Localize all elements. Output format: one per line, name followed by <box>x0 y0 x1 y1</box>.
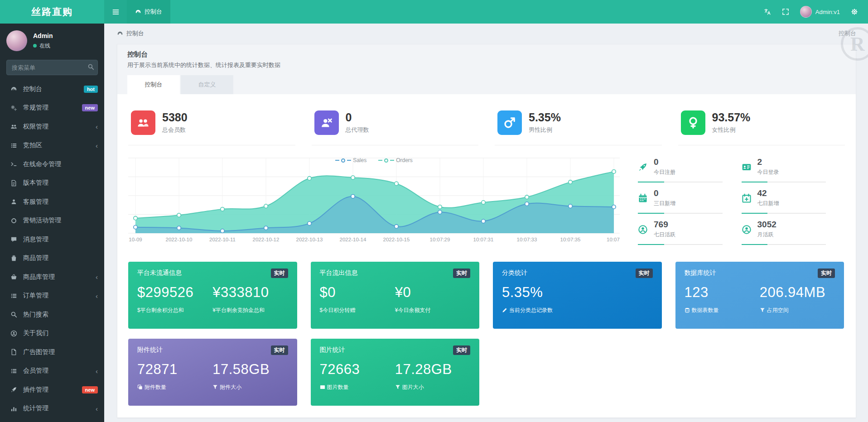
realtime-badge: 实时 <box>453 269 470 278</box>
list-icon <box>8 368 19 374</box>
sidebar-item-13[interactable]: 关于我们 <box>0 324 104 343</box>
sidebar-toggle-button[interactable] <box>104 0 127 24</box>
rocket-icon <box>638 158 648 176</box>
svg-text:2022-10-13: 2022-10-13 <box>296 237 323 242</box>
stat-cell-1: 0总代理数 <box>312 105 479 145</box>
svg-text:10-09: 10-09 <box>129 237 142 242</box>
breadcrumb-home-link[interactable]: 控制台 <box>117 29 144 38</box>
svg-text:2022-10-10: 2022-10-10 <box>166 237 193 242</box>
realtime-badge: 实时 <box>818 269 835 278</box>
avatar <box>800 6 812 18</box>
sidebar-item-label: 关于我们 <box>23 329 98 337</box>
circle-icon <box>8 217 19 224</box>
pen-icon <box>502 307 507 313</box>
bag-icon <box>8 255 19 262</box>
settings-button[interactable] <box>851 8 858 15</box>
fullscreen-button[interactable] <box>782 8 789 15</box>
search-input[interactable] <box>6 60 98 75</box>
mini-stat-3: 42七日新增 <box>742 188 845 214</box>
card-title: 平台流出信息 <box>320 269 358 277</box>
sidebar-item-7[interactable]: 营销活动管理 <box>0 211 104 230</box>
sidebar-item-1[interactable]: 常规管理new <box>0 99 104 118</box>
card-value: 123 <box>685 284 760 301</box>
mini-stat-2: 0三日新增 <box>638 188 742 214</box>
mini-stat-label: 七日活跃 <box>654 231 675 239</box>
svg-text:2022-10-11: 2022-10-11 <box>209 237 236 242</box>
sidebar-item-14[interactable]: 广告图管理 <box>0 343 104 362</box>
card-sub-label: 图片大小 <box>395 384 470 391</box>
funnel-icon <box>395 384 400 390</box>
sidebar-item-3[interactable]: 竞拍区‹ <box>0 136 104 155</box>
database-icon <box>685 307 690 313</box>
sidebar-item-17[interactable]: 统计管理‹ <box>0 399 104 418</box>
sidebar-item-label: 消息管理 <box>23 235 98 244</box>
card-title: 图片统计 <box>320 346 345 354</box>
sidebar-item-11[interactable]: 订单管理‹ <box>0 287 104 306</box>
sidebar-item-4[interactable]: 在线命令管理 <box>0 155 104 174</box>
legend-item-orders[interactable]: Orders <box>378 157 413 163</box>
mini-stat-4: 769七日活跃 <box>638 220 742 245</box>
mini-stat-progress <box>638 244 723 245</box>
top-nav-tab-dashboard[interactable]: 控制台 <box>127 0 170 24</box>
sidebar-item-8[interactable]: 消息管理 <box>0 230 104 249</box>
info-card-2: 分类统计实时5.35%当前分类总记录数 <box>493 262 662 329</box>
translate-icon <box>764 8 771 15</box>
svg-text:10:07:33: 10:07:33 <box>517 237 537 242</box>
mini-stat-value: 2 <box>757 157 779 167</box>
user-menu[interactable]: Admin:v1 <box>800 6 840 18</box>
mini-stat-5: 3052月活跃 <box>742 220 845 245</box>
sidebar-item-2[interactable]: 权限管理‹ <box>0 117 104 136</box>
tab-1[interactable]: 自定义 <box>181 75 233 94</box>
rocket-icon <box>8 386 19 393</box>
sidebar-item-label: 商品库管理 <box>23 273 96 281</box>
sidebar-item-label: 商品管理 <box>23 254 98 262</box>
panel-tabs: 控制台自定义 <box>127 75 846 94</box>
funnel-icon <box>760 307 765 313</box>
id-card-icon <box>742 158 752 176</box>
stat-value: 5.35% <box>529 111 561 124</box>
sidebar-item-10[interactable]: 商品库管理‹ <box>0 268 104 287</box>
info-card-3: 数据库统计实时123数据表数量206.94MB占用空间 <box>675 262 844 329</box>
card-title: 数据库统计 <box>685 269 716 277</box>
card-sub-label: ¥平台剩余竞拍金总和 <box>212 307 288 314</box>
app-logo[interactable]: 丝路直购 <box>0 0 104 24</box>
translate-button[interactable] <box>764 8 771 15</box>
sidebar-item-label: 控制台 <box>23 85 84 93</box>
card-value: 17.28GB <box>395 361 470 378</box>
sidebar-item-0[interactable]: 控制台hot <box>0 80 104 99</box>
sidebar-item-5[interactable]: 版本管理 <box>0 174 104 193</box>
stat-cell-0: 5380总会员数 <box>128 105 295 145</box>
avatar[interactable] <box>6 30 27 51</box>
user-circle-icon <box>638 221 648 239</box>
stat-value: 5380 <box>162 111 188 124</box>
svg-text:10:07:31: 10:07:31 <box>473 237 494 242</box>
sidebar-item-label: 广告图管理 <box>23 348 98 356</box>
mini-stat-label: 三日新增 <box>654 200 675 207</box>
sidebar-item-12[interactable]: 热门搜索 <box>0 305 104 324</box>
card-sub-label: $今日积分转赠 <box>320 307 395 314</box>
mini-stat-value: 0 <box>654 157 675 167</box>
sidebar-item-9[interactable]: 商品管理 <box>0 249 104 268</box>
user-name: Admin <box>33 32 53 39</box>
tab-0[interactable]: 控制台 <box>127 75 180 94</box>
list-icon <box>8 293 19 299</box>
mini-stat-progress <box>638 182 723 182</box>
card-sub-label: 当前分类总记录数 <box>502 307 653 314</box>
user-circle-icon <box>742 221 752 239</box>
online-dot <box>33 44 37 48</box>
legend-item-sales[interactable]: Sales <box>335 157 366 163</box>
stat-value: 93.57% <box>712 111 751 124</box>
mini-stat-label: 七日新增 <box>757 200 779 207</box>
realtime-badge: 实时 <box>271 269 288 278</box>
mini-stat-progress <box>742 182 826 182</box>
info-card-5: 图片统计实时72663图片数量17.28GB图片大小 <box>311 339 480 406</box>
info-card-4: 附件统计实时72871附件数量17.58GB附件大小 <box>128 339 297 406</box>
card-sub-label: $平台剩余积分总和 <box>137 307 212 314</box>
sidebar-item-label: 权限管理 <box>23 123 96 131</box>
card-value: ¥0 <box>395 284 470 301</box>
sidebar-item-6[interactable]: 客服管理 <box>0 192 104 211</box>
sidebar-item-16[interactable]: 插件管理new <box>0 380 104 399</box>
card-value: 17.58GB <box>212 361 288 378</box>
search-icon[interactable] <box>87 63 94 70</box>
sidebar-item-15[interactable]: 会员管理‹ <box>0 362 104 381</box>
